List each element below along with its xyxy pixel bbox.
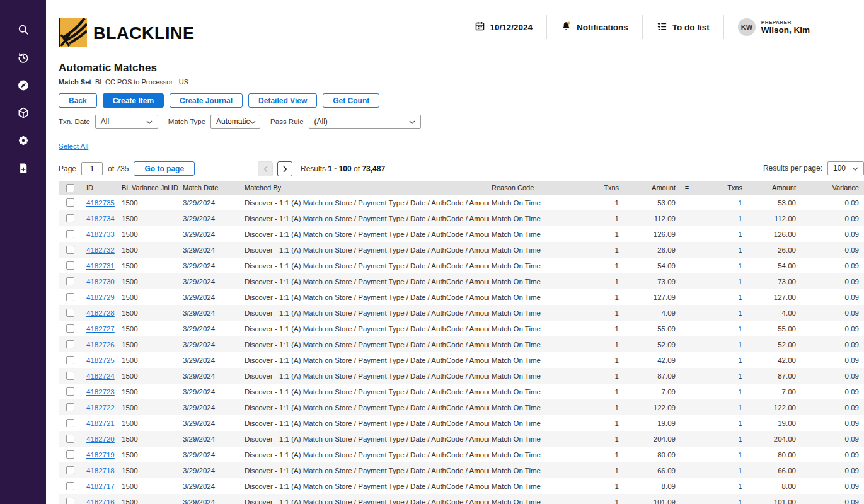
user-role: PREPARER [761,20,810,25]
go-to-page-button[interactable]: Go to page [134,161,195,176]
match-id-link[interactable]: 4182721 [86,420,115,427]
col-bl-variance-jnl-id[interactable]: BL Variance Jnl ID [119,181,180,195]
col-match-date[interactable]: Match Date [180,181,242,195]
create-item-button[interactable]: Create Item [103,93,164,108]
row-checkbox[interactable] [66,387,74,396]
match-id-link[interactable]: 4182735 [86,199,115,207]
col-matched-by[interactable]: Matched By [242,181,489,195]
compass-icon[interactable] [17,79,30,91]
cell-amount-left: 204.09 [621,431,678,447]
cell-txns-right: 1 [696,321,745,336]
cell-txns-right: 1 [696,226,745,242]
row-checkbox[interactable] [66,324,74,333]
user-menu[interactable]: KW PREPARER Wilson, Kim [724,18,810,36]
match-id-link[interactable]: 4182722 [86,404,115,411]
match-id-link[interactable]: 4182723 [86,388,115,396]
match-id-link[interactable]: 4182727 [86,325,115,333]
row-checkbox[interactable] [66,261,74,270]
col-amount-left[interactable]: Amount [621,181,678,195]
match-id-link[interactable]: 4182733 [86,231,115,238]
row-checkbox[interactable] [66,214,74,222]
match-type-select[interactable]: Automatic [210,115,260,129]
match-id-link[interactable]: 4182720 [86,435,115,443]
row-checkbox[interactable] [66,293,74,301]
row-checkbox[interactable] [66,340,74,348]
row-checkbox[interactable] [66,372,74,380]
todo-list-button[interactable]: To do list [643,21,723,33]
match-id-link[interactable]: 4182725 [86,357,115,364]
match-id-link[interactable]: 4182728 [86,309,115,317]
row-checkbox[interactable] [66,246,74,254]
prev-page-button[interactable] [258,161,273,176]
match-id-link[interactable]: 4182732 [86,246,115,254]
document-add-icon[interactable] [17,162,30,175]
match-id-link[interactable]: 4182719 [86,451,115,459]
txn-date-label: Txn. Date [59,118,90,125]
col-txns-left[interactable]: Txns [584,181,621,195]
row-checkbox[interactable] [66,309,74,317]
get-count-button[interactable]: Get Count [323,93,379,108]
cell-equals [678,305,696,321]
create-journal-button[interactable]: Create Journal [170,93,243,108]
cell-id: 4182723 [84,384,119,399]
row-checkbox[interactable] [66,450,74,459]
back-button[interactable]: Back [59,93,97,108]
history-icon[interactable] [17,51,30,64]
cell-id: 4182729 [84,289,119,305]
row-checkbox[interactable] [66,230,74,238]
row-checkbox[interactable] [66,277,74,285]
search-icon[interactable] [17,23,30,36]
col-variance[interactable]: Variance [798,181,864,195]
match-id-link[interactable]: 4182726 [86,341,115,348]
cell-matched-by: Discover - 1:1 (A) Match on Store / Paym… [242,210,489,226]
checkbox[interactable] [66,184,74,192]
select-all-link[interactable]: Select All [59,142,88,150]
cell-variance: 0.09 [798,352,864,368]
match-id-link[interactable]: 4182734 [86,215,115,222]
col-txns-right[interactable]: Txns [696,181,745,195]
match-id-link[interactable]: 4182729 [86,294,115,301]
match-id-link[interactable]: 4182718 [86,467,115,474]
matches-table-wrap: ID BL Variance Jnl ID Match Date Matched… [59,181,864,504]
per-page-select[interactable]: 100 [827,161,864,175]
txn-date-select[interactable]: All [95,115,158,129]
match-id-link[interactable]: 4182724 [86,372,115,380]
cell-match-date: 3/29/2024 [180,336,242,352]
page-number-input[interactable] [81,162,103,175]
row-checkbox[interactable] [66,466,74,474]
col-reason-code[interactable]: Reason Code [489,181,584,195]
cube-icon[interactable] [17,106,30,119]
cell-amount-left: 80.09 [621,447,678,462]
row-checkbox[interactable] [66,198,74,207]
cell-jnl: 1500 [119,226,180,242]
row-checkbox[interactable] [66,419,74,427]
col-id[interactable]: ID [84,181,119,195]
date-display[interactable]: 10/12/2024 [461,21,547,33]
cell-jnl: 1500 [119,195,180,210]
cell-reason-code: Match On Time [489,431,584,447]
pagination-right: Results per page: 100 [763,161,864,175]
header-select-checkbox[interactable] [59,181,84,195]
detailed-view-button[interactable]: Detailed View [248,93,317,108]
pass-rule-select[interactable]: (All) [309,115,421,129]
gear-icon[interactable] [17,134,30,147]
cell-match-date: 3/29/2024 [180,305,242,321]
next-page-button[interactable] [277,161,292,176]
col-amount-right[interactable]: Amount [745,181,798,195]
row-checkbox[interactable] [66,435,74,443]
notifications-button[interactable]: Notifications [547,21,642,33]
cell-txns-right: 1 [696,447,745,462]
row-checkbox[interactable] [66,482,74,490]
match-id-link[interactable]: 4182717 [86,483,115,490]
row-checkbox-cell [59,447,84,462]
cell-amount-left: 4.09 [621,305,678,321]
table-row: 4182724 1500 3/29/2024 Discover - 1:1 (A… [59,368,864,384]
match-id-link[interactable]: 4182730 [86,278,115,285]
match-id-link[interactable]: 4182716 [86,498,115,504]
row-checkbox[interactable] [66,356,74,364]
match-id-link[interactable]: 4182731 [86,262,115,270]
cell-id: 4182720 [84,431,119,447]
cell-equals [678,415,696,431]
row-checkbox[interactable] [66,498,74,504]
row-checkbox[interactable] [66,403,74,411]
